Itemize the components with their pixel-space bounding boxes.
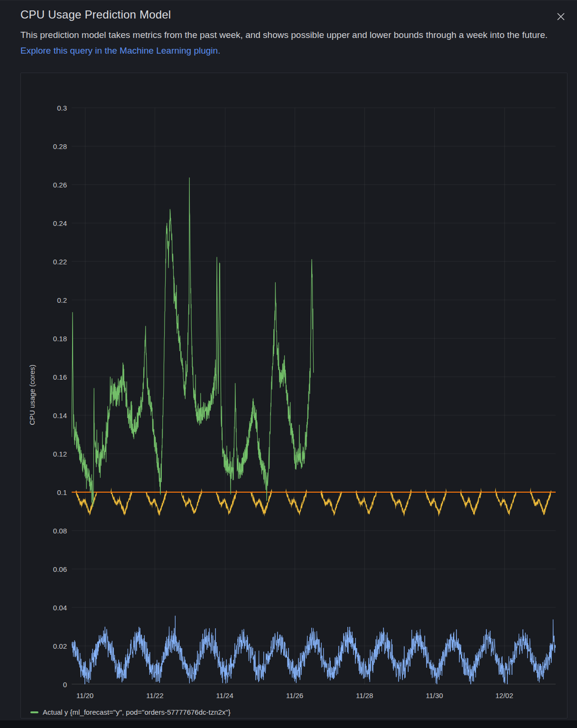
description-text: This prediction model takes metrics from… — [20, 30, 548, 40]
legend: Actual y {ml_forecast="y", pod="orders-5… — [30, 708, 231, 716]
modal-header: CPU Usage Prediction Model This predicti… — [20, 8, 549, 58]
x-tick-label: 11/28 — [356, 691, 373, 700]
modal-title: CPU Usage Prediction Model — [20, 8, 549, 21]
y-tick-label: 0.28 — [21, 142, 67, 150]
y-tick-label: 0.18 — [21, 335, 67, 343]
prediction-model-modal: CPU Usage Prediction Model This predicti… — [0, 0, 577, 728]
close-icon — [554, 11, 568, 22]
y-tick-label: 0.3 — [21, 104, 67, 112]
x-tick-label: 11/30 — [426, 691, 443, 700]
close-button[interactable] — [554, 10, 568, 23]
chart-panel: CPU usage (cores) 00.020.040.060.080.10.… — [20, 73, 568, 719]
modal-bottom-edge — [0, 720, 577, 728]
chart-canvas[interactable] — [72, 98, 556, 684]
x-tick-label: 12/02 — [495, 691, 513, 700]
x-tick-label: 11/24 — [216, 691, 233, 700]
y-tick-label: 0.22 — [21, 258, 67, 266]
x-tick-label: 11/22 — [146, 691, 163, 700]
y-tick-label: 0.1 — [21, 488, 67, 496]
legend-swatch-icon — [30, 711, 38, 713]
y-tick-label: 0.14 — [21, 411, 67, 420]
y-tick-label: 0.06 — [21, 565, 67, 573]
y-tick-label: 0.26 — [21, 181, 67, 189]
y-tick-label: 0.02 — [21, 642, 67, 650]
y-tick-label: 0 — [21, 681, 67, 689]
modal-description: This prediction model takes metrics from… — [20, 27, 561, 58]
y-tick-label: 0.24 — [21, 219, 67, 227]
y-tick-label: 0.12 — [21, 450, 67, 458]
y-tick-label: 0.2 — [21, 296, 67, 304]
y-tick-label: 0.08 — [21, 527, 67, 535]
legend-label[interactable]: Actual y {ml_forecast="y", pod="orders-5… — [43, 708, 231, 716]
ml-plugin-link[interactable]: Explore this query in the Machine Learni… — [20, 46, 220, 56]
y-tick-label: 0.16 — [21, 373, 67, 381]
x-tick-label: 11/26 — [286, 691, 303, 700]
y-tick-label: 0.04 — [21, 604, 67, 612]
x-tick-label: 11/20 — [76, 691, 93, 700]
